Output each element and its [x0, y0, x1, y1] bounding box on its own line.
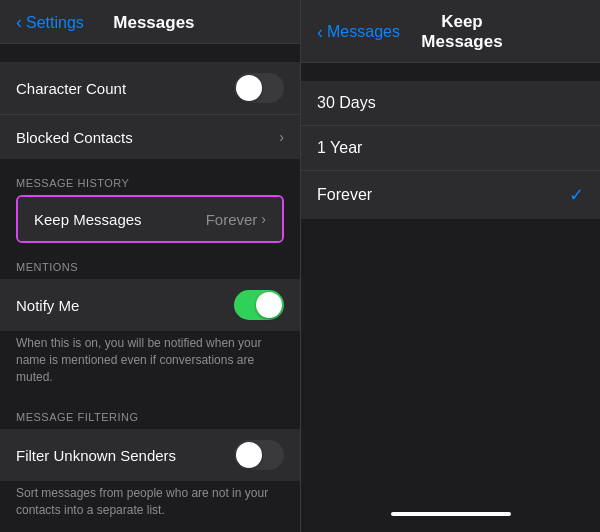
right-nav-bar: ‹ Messages Keep Messages: [301, 0, 600, 63]
right-nav-title: Keep Messages: [400, 12, 524, 52]
option-1-year-label: 1 Year: [317, 139, 584, 157]
filter-unknown-toggle[interactable]: [234, 440, 284, 470]
filter-unknown-label: Filter Unknown Senders: [16, 447, 234, 464]
option-30-days[interactable]: 30 Days: [301, 81, 600, 126]
option-30-days-label: 30 Days: [317, 94, 584, 112]
filter-description: Sort messages from people who are not in…: [0, 481, 300, 527]
right-top-spacer: [301, 63, 600, 81]
character-count-toggle[interactable]: [234, 73, 284, 103]
notify-me-toggle[interactable]: [234, 290, 284, 320]
audio-messages-header: AUDIO MESSAGES: [0, 527, 300, 532]
home-indicator: [391, 512, 511, 516]
right-scroll: 30 Days 1 Year Forever ✓: [301, 63, 600, 504]
forever-checkmark-icon: ✓: [569, 184, 584, 206]
keep-messages-value: Forever: [206, 211, 258, 228]
character-count-row[interactable]: Character Count: [0, 62, 300, 115]
left-nav-title: Messages: [84, 13, 224, 33]
settings-scroll: Character Count Blocked Contacts › MESSA…: [0, 44, 300, 532]
character-count-label: Character Count: [16, 80, 234, 97]
keep-messages-label: Keep Messages: [34, 211, 206, 228]
messages-back-button[interactable]: ‹ Messages: [317, 22, 400, 43]
message-history-group: MESSAGE HISTORY Keep Messages Forever ›: [0, 159, 300, 243]
mentions-header: MENTIONS: [0, 243, 300, 279]
back-chevron-icon: ‹: [16, 12, 22, 33]
settings-back-button[interactable]: ‹ Settings: [16, 12, 84, 33]
back-label: Settings: [26, 14, 84, 32]
mentions-description: When this is on, you will be notified wh…: [0, 331, 300, 393]
keep-messages-chevron-icon: ›: [261, 211, 266, 227]
option-1-year[interactable]: 1 Year: [301, 126, 600, 171]
filter-unknown-row[interactable]: Filter Unknown Senders: [0, 429, 300, 481]
option-forever-label: Forever: [317, 186, 569, 204]
top-spacer: [0, 44, 300, 62]
keep-messages-row[interactable]: Keep Messages Forever ›: [18, 197, 282, 241]
option-forever[interactable]: Forever ✓: [301, 171, 600, 219]
toggle-thumb: [236, 75, 262, 101]
audio-messages-group: AUDIO MESSAGES Expire After 2 Minutes › …: [0, 527, 300, 532]
message-history-header: MESSAGE HISTORY: [0, 159, 300, 195]
blocked-contacts-label: Blocked Contacts: [16, 129, 279, 146]
message-filtering-group: MESSAGE FILTERING Filter Unknown Senders…: [0, 393, 300, 527]
blocked-contacts-chevron-icon: ›: [279, 129, 284, 145]
toggle-thumb: [256, 292, 282, 318]
toggle-thumb: [236, 442, 262, 468]
keep-messages-options-card: 30 Days 1 Year Forever ✓: [301, 81, 600, 219]
mentions-card: Notify Me: [0, 279, 300, 331]
message-filtering-header: MESSAGE FILTERING: [0, 393, 300, 429]
keep-messages-container: Keep Messages Forever ›: [16, 195, 284, 243]
notify-me-row[interactable]: Notify Me: [0, 279, 300, 331]
right-panel: ‹ Messages Keep Messages 30 Days 1 Year …: [300, 0, 600, 532]
blocked-contacts-row[interactable]: Blocked Contacts ›: [0, 115, 300, 159]
right-back-label: Messages: [327, 23, 400, 41]
top-card: Character Count Blocked Contacts ›: [0, 62, 300, 159]
back-chevron-icon: ‹: [317, 22, 323, 43]
notify-me-label: Notify Me: [16, 297, 234, 314]
left-nav-bar: ‹ Settings Messages: [0, 0, 300, 44]
mentions-group: MENTIONS Notify Me When this is on, you …: [0, 243, 300, 393]
filter-card: Filter Unknown Senders: [0, 429, 300, 481]
left-panel: ‹ Settings Messages Character Count Bloc…: [0, 0, 300, 532]
